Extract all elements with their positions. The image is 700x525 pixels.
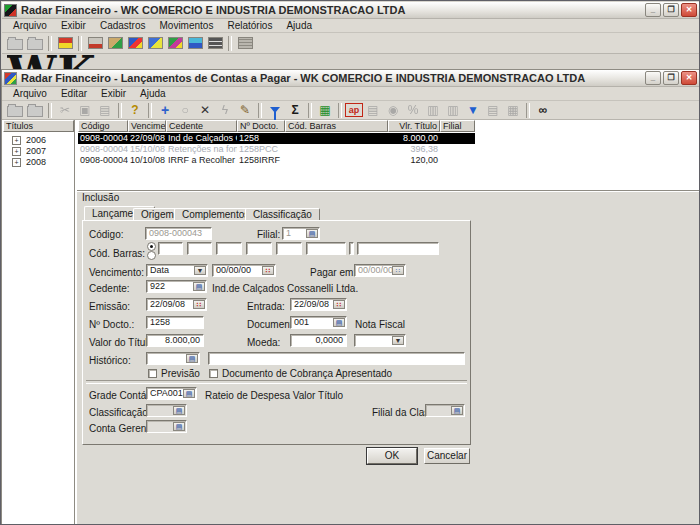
grid-header-vencimento[interactable]: Vencimento [128, 120, 166, 132]
parcela-icon[interactable]: ▥ [423, 102, 443, 119]
servidor-icon[interactable] [205, 35, 225, 52]
grid-header-barras[interactable]: Cód. Barras [285, 120, 388, 132]
doc-icon[interactable]: ▤ [363, 102, 383, 119]
open-icon[interactable] [5, 102, 25, 119]
menu-relatorios[interactable]: Relatórios [220, 20, 279, 31]
child-close-icon[interactable]: ✕ [681, 71, 697, 85]
tree-expander-2007[interactable]: + [12, 147, 21, 156]
menu-movimentos[interactable]: Movimentos [153, 20, 221, 31]
tabela-icon[interactable]: ▦ [503, 102, 523, 119]
historico-field[interactable]: ▤ [146, 352, 200, 365]
menu-ajuda[interactable]: Ajuda [279, 20, 319, 31]
valor-titulo-field[interactable]: 8.000,00 [146, 334, 204, 347]
cut-icon[interactable]: ✂ [55, 102, 75, 119]
child-menu-ajuda[interactable]: Ajuda [133, 88, 173, 99]
vencimento-data-field[interactable]: 00/00/00∷ [212, 264, 276, 277]
calendar-icon[interactable]: ∷ [333, 300, 345, 309]
grid-header-codigo[interactable]: Código [78, 120, 128, 132]
grid-header-docto[interactable]: Nº Docto. [237, 120, 285, 132]
folder-icon[interactable] [25, 35, 45, 52]
fluxo-icon[interactable] [165, 35, 185, 52]
lookup-icon[interactable]: ▤ [183, 389, 195, 398]
barras-box-5[interactable] [276, 242, 302, 255]
grade-field[interactable]: CPA001▤ [146, 387, 197, 400]
refresh-icon[interactable]: ○ [175, 102, 195, 119]
minimize-icon[interactable]: _ [645, 3, 661, 17]
copy-icon[interactable]: ▣ [75, 102, 95, 119]
table-row[interactable]: 0908-000044 15/10/08 Retenções na fonte … [78, 144, 475, 155]
help-icon[interactable]: ? [125, 102, 145, 119]
emissao-field[interactable]: 22/09/08∷ [146, 298, 207, 311]
lookup-icon[interactable]: ▤ [333, 318, 345, 327]
pagamento-icon[interactable] [145, 35, 165, 52]
child-restore-icon[interactable]: ❐ [663, 71, 679, 85]
barras-box-8[interactable] [357, 242, 439, 255]
banco-icon[interactable] [85, 35, 105, 52]
n-docto-field[interactable]: 1258 [146, 316, 204, 329]
money-icon[interactable]: ◉ [383, 102, 403, 119]
entrada-field[interactable]: 22/09/08∷ [290, 298, 347, 311]
barras-box-7[interactable] [349, 242, 354, 255]
tree-expander-2008[interactable]: + [12, 158, 21, 167]
cancel-button[interactable]: Cancelar [424, 448, 470, 464]
previsao-checkbox[interactable] [148, 369, 157, 378]
exporta-icon[interactable]: ▼ [463, 102, 483, 119]
menu-arquivo[interactable]: Arquivo [6, 20, 54, 31]
documento-field[interactable]: 001▤ [290, 316, 347, 329]
usuario-icon[interactable] [185, 35, 205, 52]
calendar-icon[interactable]: ∷ [262, 266, 274, 275]
percent-icon[interactable]: % [403, 102, 423, 119]
legend-icon[interactable]: ▦ [315, 102, 335, 119]
table-row[interactable]: 0908-000043 22/09/08 Ind de Calçados Co … [78, 133, 475, 144]
moeda-combo[interactable]: ▼ [354, 334, 406, 347]
busca-icon[interactable]: ∞ [533, 102, 553, 119]
grid-header-cedente[interactable]: Cedente [166, 120, 237, 132]
close-icon[interactable]: ✕ [681, 3, 697, 17]
child-menu-editar[interactable]: Editar [54, 88, 94, 99]
barras-box-4[interactable] [246, 242, 272, 255]
doc-cobranca-checkbox[interactable] [209, 369, 218, 378]
caixa-icon[interactable] [105, 35, 125, 52]
tree-item-2006[interactable]: 2006 [26, 135, 46, 145]
save-icon[interactable] [25, 102, 45, 119]
relatorio-icon[interactable]: ▤ [483, 102, 503, 119]
open-icon[interactable] [5, 35, 25, 52]
child-minimize-icon[interactable]: _ [645, 71, 661, 85]
delete-icon[interactable]: ✕ [195, 102, 215, 119]
table-row[interactable]: 0908-000045 10/10/08 IRRF a Recolher 125… [78, 155, 475, 166]
lookup-icon[interactable]: ▤ [193, 282, 205, 291]
child-menu-arquivo[interactable]: Arquivo [6, 88, 54, 99]
cadastros-icon[interactable] [55, 35, 75, 52]
barras-radio-1[interactable] [147, 242, 156, 251]
lookup-icon[interactable]: ▤ [306, 229, 318, 238]
clean-icon[interactable]: ✎ [235, 102, 255, 119]
ap-icon[interactable]: ap [345, 103, 363, 117]
calculadora-icon[interactable] [235, 35, 255, 52]
add-icon[interactable]: + [155, 102, 175, 119]
restore-icon[interactable]: ❐ [663, 3, 679, 17]
lookup-icon[interactable]: ▤ [186, 354, 198, 363]
grid-header-filial[interactable]: Filial [440, 120, 475, 132]
barras-box-1[interactable] [158, 242, 183, 255]
historico-desc-field[interactable] [208, 352, 465, 365]
cedente-field[interactable]: 922▤ [146, 280, 207, 293]
tree-item-2007[interactable]: 2007 [26, 146, 46, 156]
baixa-icon[interactable]: ▥ [443, 102, 463, 119]
barras-box-2[interactable] [187, 242, 212, 255]
paste-icon[interactable]: ▤ [95, 102, 115, 119]
vencimento-tipo-combo[interactable]: Data▼ [146, 264, 208, 277]
menu-cadastros[interactable]: Cadastros [93, 20, 153, 31]
moeda-field[interactable]: 0,0000 [290, 334, 347, 347]
barras-box-3[interactable] [216, 242, 242, 255]
tree-expander-2006[interactable]: + [12, 136, 21, 145]
contas-icon[interactable] [125, 35, 145, 52]
tree-item-2008[interactable]: 2008 [26, 157, 46, 167]
calendar-icon[interactable]: ∷ [193, 300, 205, 309]
filter-icon[interactable] [265, 102, 285, 119]
barras-radio-2[interactable] [147, 251, 156, 260]
post-icon[interactable]: ϟ [215, 102, 235, 119]
ok-button[interactable]: OK [367, 448, 417, 464]
menu-exibir[interactable]: Exibir [54, 20, 93, 31]
sum-icon[interactable]: Σ [285, 102, 305, 119]
barras-box-6[interactable] [306, 242, 346, 255]
